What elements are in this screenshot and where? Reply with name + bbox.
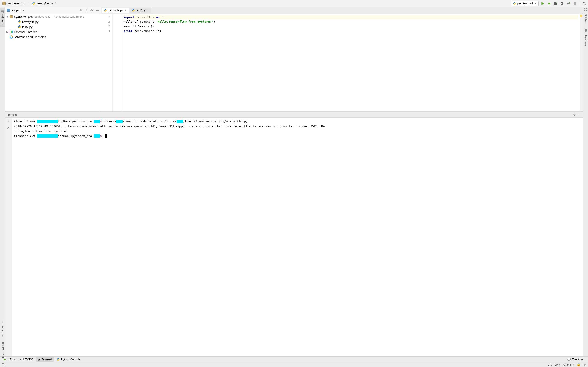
breadcrumb: pycharm_pro 〉 newpyfile.py 〉 — [1, 1, 511, 6]
new-session-button[interactable]: ＋ — [7, 119, 10, 123]
line-number: 3 — [101, 24, 110, 29]
tab-label: newpyfile.py — [108, 9, 123, 12]
term-text: /tensorflow/pycharm_pro/newpyfile.py — [183, 120, 248, 123]
database-icon[interactable] — [584, 29, 587, 32]
readonly-toggle[interactable]: 🔒 — [577, 363, 580, 366]
expand-all-button[interactable]: ⇵ — [84, 8, 88, 12]
term-text: MacBook:pycharm_pro — [58, 134, 94, 138]
tree-scratches[interactable]: Scratches and Consoles — [5, 34, 101, 40]
event-log-tab[interactable]: 💬 Event Log — [565, 357, 586, 362]
libraries-icon — [10, 31, 13, 33]
python-file-icon — [104, 9, 107, 12]
code-token: 'Hello,Tensorflow from pycharm!' — [156, 20, 213, 23]
chevron-right-icon: 〉 — [27, 1, 31, 6]
tree-file[interactable]: test2.py — [5, 24, 101, 29]
profile-button[interactable] — [560, 1, 564, 6]
close-session-button[interactable]: ✕ — [7, 126, 10, 130]
editor: 1 2 3 4 import tensorflow as tf hello=tf… — [101, 14, 583, 111]
terminal-header: Terminal ⚙ — — [5, 112, 583, 118]
status-text: 1:1 — [548, 363, 552, 366]
run-configuration-selector[interactable]: pychtestconf ▼ — [511, 1, 539, 6]
terminal-output[interactable]: (tensorflow) xxxxxxxxxxxMacBook:pycharm_… — [12, 118, 583, 357]
tree-file[interactable]: newpyfile.py — [5, 19, 101, 24]
run-button[interactable] — [540, 1, 545, 6]
tool-windows-toggle[interactable] — [2, 363, 4, 366]
structure-tool-tab[interactable]: ⌗ 7: Structure — [1, 319, 4, 339]
python-icon — [57, 358, 60, 361]
locate-button[interactable]: ⊕ — [79, 8, 82, 12]
grid-icon[interactable] — [584, 8, 587, 11]
python-console-tool-tab[interactable]: Python Console — [55, 357, 82, 362]
code-token: sess.run(hello) — [132, 29, 161, 33]
editor-error-stripe[interactable] — [580, 14, 583, 111]
close-tab-button[interactable]: × — [124, 9, 127, 12]
star-icon: ★ — [1, 356, 4, 359]
top-bar: pycharm_pro 〉 newpyfile.py 〉 pychtestcon… — [0, 0, 588, 7]
breadcrumb-item-file[interactable]: newpyfile.py — [31, 1, 54, 6]
project-panel-title[interactable]: Project ▼ — [7, 8, 78, 12]
inspections-indicator[interactable]: ☺ — [583, 363, 586, 366]
tab-label: test2.py — [136, 9, 146, 12]
tab-label: Database — [584, 35, 587, 46]
hide-button[interactable]: — — [578, 113, 581, 117]
debug-button[interactable] — [547, 1, 552, 6]
title-label: Project — [11, 8, 21, 12]
settings-button[interactable]: ⚙ — [573, 113, 576, 117]
tab-label: 6: TODO — [22, 358, 33, 361]
svg-rect-5 — [3, 12, 4, 13]
python-file-icon — [18, 25, 21, 28]
tree-root[interactable]: ▼ pycharm_pro sources root, ~/tensorflow… — [5, 14, 101, 19]
term-text: $ — [100, 134, 104, 138]
tab-label: 2: Favorites — [1, 342, 4, 355]
breadcrumb-item-project[interactable]: pycharm_pro — [1, 1, 26, 6]
caret-position[interactable]: 1:1 — [548, 363, 552, 366]
left-tool-gutter: 1: Project — [0, 7, 5, 357]
term-text: (tensorflow) — [14, 120, 37, 123]
terminal-body: ＋ ✕ (tensorflow) xxxxxxxxxxxMacBook:pych… — [5, 118, 583, 357]
sciview-tool-tab[interactable]: SciView — [584, 12, 588, 25]
run-with-coverage-button[interactable] — [553, 1, 558, 6]
folder-icon — [2, 2, 6, 5]
line-number-gutter: 1 2 3 4 — [101, 14, 112, 111]
tab-label: Terminal — [42, 358, 52, 361]
svg-rect-9 — [586, 10, 587, 11]
scratches-icon — [10, 35, 13, 39]
node-label: newpyfile.py — [22, 20, 39, 24]
project-tree[interactable]: ▼ pycharm_pro sources root, ~/tensorflow… — [5, 14, 101, 111]
svg-rect-7 — [586, 8, 587, 9]
line-separator-selector[interactable]: LF⇅ — [555, 363, 561, 366]
terminal-tool-tab[interactable]: ▣ Terminal — [36, 357, 54, 362]
encoding-selector[interactable]: UTF-8⇅ — [563, 363, 574, 366]
attach-button[interactable] — [566, 1, 571, 6]
editor-tabs: newpyfile.py × test2.py × — [101, 7, 583, 14]
code-token: tf — [160, 15, 165, 19]
node-label: pycharm_pro — [14, 15, 33, 19]
tree-external-libraries[interactable]: ▶ External Libraries — [5, 29, 101, 34]
term-text: /tensorflow/bin/python /Users/ — [123, 120, 177, 123]
favorites-tool-tab[interactable]: ★ 2: Favorites — [1, 340, 5, 361]
term-text: $ /Users/ — [100, 120, 116, 123]
editor-tab[interactable]: newpyfile.py × — [102, 8, 129, 13]
code-area[interactable]: import tensorflow as tf hello=tf.constan… — [122, 14, 580, 111]
redacted-text: xxx — [116, 120, 122, 123]
redacted-text: xxxxxxxxxxx — [37, 120, 58, 123]
separator — [579, 1, 580, 6]
settings-button[interactable]: ⚙ — [90, 8, 94, 12]
project-panel: Project ▼ ⊕ ⇵ ⚙ — ▼ pycharm_pro — [5, 7, 101, 111]
expand-icon[interactable]: ▶ — [6, 31, 9, 33]
search-everywhere-button[interactable] — [582, 1, 587, 6]
warning-marker[interactable] — [580, 15, 582, 17]
database-tool-tab[interactable]: Database — [584, 33, 588, 48]
hide-button[interactable]: — — [95, 8, 99, 12]
collapse-icon[interactable]: ▼ — [6, 16, 9, 18]
chevron-down-icon: ▼ — [534, 2, 536, 5]
svg-point-3 — [583, 2, 585, 4]
structure-icon: ⌗ — [1, 335, 4, 337]
close-tab-button[interactable]: × — [147, 9, 149, 12]
stop-button[interactable] — [573, 1, 577, 6]
editor-tab[interactable]: test2.py × — [130, 8, 152, 13]
redacted-text: xxxxxxxxxxx — [37, 134, 58, 138]
tab-label: Python Console — [61, 358, 80, 361]
project-tool-tab[interactable]: 1: Project — [0, 8, 5, 27]
todo-tool-tab[interactable]: ≡ 6: TODO — [18, 357, 35, 362]
